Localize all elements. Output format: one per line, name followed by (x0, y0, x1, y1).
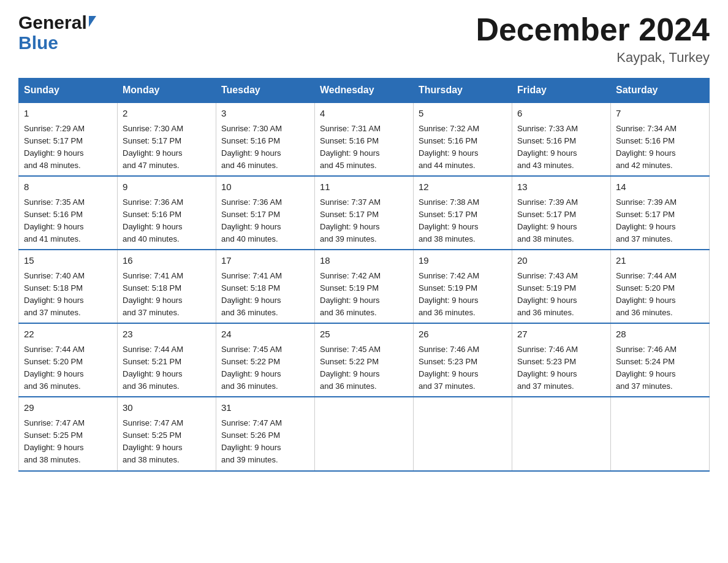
calendar-cell: 19 Sunrise: 7:42 AMSunset: 5:19 PMDaylig… (414, 250, 512, 323)
calendar-cell: 10 Sunrise: 7:36 AMSunset: 5:17 PMDaylig… (216, 176, 315, 250)
calendar-cell: 9 Sunrise: 7:36 AMSunset: 5:16 PMDayligh… (118, 176, 216, 250)
calendar-cell: 21 Sunrise: 7:44 AMSunset: 5:20 PMDaylig… (611, 250, 710, 323)
day-number: 30 (123, 401, 211, 415)
calendar-cell: 25 Sunrise: 7:45 AMSunset: 5:22 PMDaylig… (315, 323, 414, 397)
calendar-cell: 29 Sunrise: 7:47 AMSunset: 5:25 PMDaylig… (19, 397, 118, 470)
calendar-cell: 4 Sunrise: 7:31 AMSunset: 5:16 PMDayligh… (315, 102, 414, 176)
day-info: Sunrise: 7:30 AMSunset: 5:17 PMDaylight:… (123, 124, 183, 170)
calendar-cell: 5 Sunrise: 7:32 AMSunset: 5:16 PMDayligh… (414, 102, 512, 176)
day-info: Sunrise: 7:35 AMSunset: 5:16 PMDaylight:… (24, 197, 85, 243)
calendar-week-5: 29 Sunrise: 7:47 AMSunset: 5:25 PMDaylig… (19, 397, 710, 470)
day-number: 10 (221, 180, 309, 194)
calendar-cell: 15 Sunrise: 7:40 AMSunset: 5:18 PMDaylig… (19, 250, 118, 323)
day-number: 2 (123, 107, 211, 121)
day-info: Sunrise: 7:36 AMSunset: 5:17 PMDaylight:… (221, 197, 282, 243)
logo-blue-text: Blue (18, 33, 96, 53)
day-number: 12 (419, 180, 507, 194)
calendar-cell: 8 Sunrise: 7:35 AMSunset: 5:16 PMDayligh… (19, 176, 118, 250)
weekday-header-friday: Friday (512, 79, 611, 103)
calendar-week-4: 22 Sunrise: 7:44 AMSunset: 5:20 PMDaylig… (19, 323, 710, 397)
calendar-cell: 30 Sunrise: 7:47 AMSunset: 5:25 PMDaylig… (118, 397, 216, 470)
day-number: 4 (320, 107, 408, 121)
calendar-cell: 20 Sunrise: 7:43 AMSunset: 5:19 PMDaylig… (512, 250, 611, 323)
calendar-cell (315, 397, 414, 470)
day-number: 26 (419, 327, 507, 342)
calendar-cell: 28 Sunrise: 7:46 AMSunset: 5:24 PMDaylig… (611, 323, 710, 397)
day-info: Sunrise: 7:47 AMSunset: 5:25 PMDaylight:… (24, 418, 85, 464)
day-number: 24 (221, 327, 309, 342)
day-number: 18 (320, 254, 408, 268)
calendar-week-1: 1 Sunrise: 7:29 AMSunset: 5:17 PMDayligh… (19, 102, 710, 176)
day-info: Sunrise: 7:32 AMSunset: 5:16 PMDaylight:… (419, 124, 479, 170)
day-info: Sunrise: 7:30 AMSunset: 5:16 PMDaylight:… (221, 124, 282, 170)
calendar-cell: 14 Sunrise: 7:39 AMSunset: 5:17 PMDaylig… (611, 176, 710, 250)
day-number: 5 (419, 107, 507, 121)
calendar-week-2: 8 Sunrise: 7:35 AMSunset: 5:16 PMDayligh… (19, 176, 710, 250)
day-number: 6 (517, 107, 605, 121)
calendar-table: SundayMondayTuesdayWednesdayThursdayFrid… (18, 78, 710, 471)
day-info: Sunrise: 7:47 AMSunset: 5:26 PMDaylight:… (221, 418, 282, 464)
calendar-cell: 23 Sunrise: 7:44 AMSunset: 5:21 PMDaylig… (118, 323, 216, 397)
day-info: Sunrise: 7:46 AMSunset: 5:24 PMDaylight:… (616, 345, 677, 391)
day-info: Sunrise: 7:36 AMSunset: 5:16 PMDaylight:… (123, 197, 183, 243)
day-number: 27 (517, 327, 605, 342)
day-info: Sunrise: 7:38 AMSunset: 5:17 PMDaylight:… (419, 197, 479, 243)
calendar-cell: 7 Sunrise: 7:34 AMSunset: 5:16 PMDayligh… (611, 102, 710, 176)
weekday-header-wednesday: Wednesday (315, 79, 414, 103)
day-info: Sunrise: 7:46 AMSunset: 5:23 PMDaylight:… (517, 345, 578, 391)
calendar-cell: 27 Sunrise: 7:46 AMSunset: 5:23 PMDaylig… (512, 323, 611, 397)
day-number: 29 (24, 401, 112, 415)
day-number: 7 (616, 107, 704, 121)
calendar-cell: 22 Sunrise: 7:44 AMSunset: 5:20 PMDaylig… (19, 323, 118, 397)
day-number: 28 (616, 327, 704, 342)
day-info: Sunrise: 7:33 AMSunset: 5:16 PMDaylight:… (517, 124, 578, 170)
calendar-week-3: 15 Sunrise: 7:40 AMSunset: 5:18 PMDaylig… (19, 250, 710, 323)
calendar-cell: 3 Sunrise: 7:30 AMSunset: 5:16 PMDayligh… (216, 102, 315, 176)
day-info: Sunrise: 7:43 AMSunset: 5:19 PMDaylight:… (517, 271, 578, 317)
weekday-header-thursday: Thursday (414, 79, 512, 103)
calendar-cell (512, 397, 611, 470)
day-info: Sunrise: 7:42 AMSunset: 5:19 PMDaylight:… (320, 271, 381, 317)
calendar-cell: 6 Sunrise: 7:33 AMSunset: 5:16 PMDayligh… (512, 102, 611, 176)
day-number: 15 (24, 254, 112, 268)
calendar-cell: 16 Sunrise: 7:41 AMSunset: 5:18 PMDaylig… (118, 250, 216, 323)
month-title: December 2024 (476, 12, 710, 47)
location: Kaypak, Turkey (476, 50, 710, 66)
day-number: 16 (123, 254, 211, 268)
day-number: 31 (221, 401, 309, 415)
calendar-cell (611, 397, 710, 470)
day-number: 1 (24, 107, 112, 121)
day-info: Sunrise: 7:44 AMSunset: 5:20 PMDaylight:… (616, 271, 677, 317)
day-info: Sunrise: 7:47 AMSunset: 5:25 PMDaylight:… (123, 418, 183, 464)
day-number: 20 (517, 254, 605, 268)
day-info: Sunrise: 7:42 AMSunset: 5:19 PMDaylight:… (419, 271, 479, 317)
calendar-cell: 18 Sunrise: 7:42 AMSunset: 5:19 PMDaylig… (315, 250, 414, 323)
weekday-header-saturday: Saturday (611, 79, 710, 103)
logo: General Blue (18, 12, 96, 53)
weekday-header-row: SundayMondayTuesdayWednesdayThursdayFrid… (19, 79, 710, 103)
day-number: 17 (221, 254, 309, 268)
calendar-cell (414, 397, 512, 470)
day-info: Sunrise: 7:40 AMSunset: 5:18 PMDaylight:… (24, 271, 85, 317)
day-info: Sunrise: 7:29 AMSunset: 5:17 PMDaylight:… (24, 124, 85, 170)
calendar-cell: 31 Sunrise: 7:47 AMSunset: 5:26 PMDaylig… (216, 397, 315, 470)
weekday-header-tuesday: Tuesday (216, 79, 315, 103)
calendar-cell: 2 Sunrise: 7:30 AMSunset: 5:17 PMDayligh… (118, 102, 216, 176)
calendar-cell: 13 Sunrise: 7:39 AMSunset: 5:17 PMDaylig… (512, 176, 611, 250)
calendar-cell: 26 Sunrise: 7:46 AMSunset: 5:23 PMDaylig… (414, 323, 512, 397)
day-info: Sunrise: 7:37 AMSunset: 5:17 PMDaylight:… (320, 197, 381, 243)
calendar-cell: 11 Sunrise: 7:37 AMSunset: 5:17 PMDaylig… (315, 176, 414, 250)
calendar-cell: 12 Sunrise: 7:38 AMSunset: 5:17 PMDaylig… (414, 176, 512, 250)
day-number: 21 (616, 254, 704, 268)
day-number: 11 (320, 180, 408, 194)
day-number: 13 (517, 180, 605, 194)
logo-triangle-icon (89, 16, 96, 27)
weekday-header-sunday: Sunday (19, 79, 118, 103)
day-info: Sunrise: 7:46 AMSunset: 5:23 PMDaylight:… (419, 345, 479, 391)
day-info: Sunrise: 7:41 AMSunset: 5:18 PMDaylight:… (123, 271, 183, 317)
day-number: 14 (616, 180, 704, 194)
weekday-header-monday: Monday (118, 79, 216, 103)
calendar-cell: 17 Sunrise: 7:41 AMSunset: 5:18 PMDaylig… (216, 250, 315, 323)
day-info: Sunrise: 7:45 AMSunset: 5:22 PMDaylight:… (320, 345, 381, 391)
page-header: General Blue December 2024 Kaypak, Turke… (18, 12, 710, 66)
